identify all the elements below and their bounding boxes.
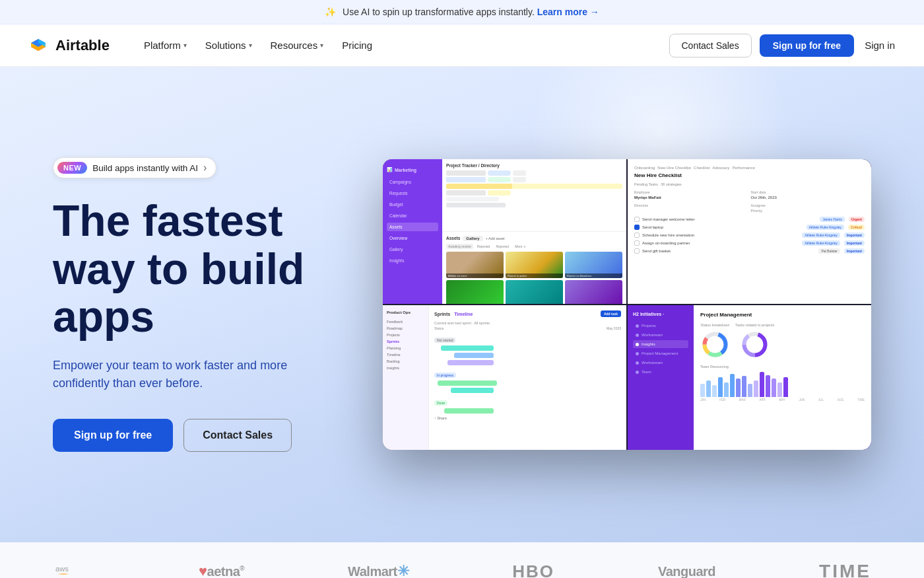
signin-nav-button[interactable]: Sign in [862, 34, 898, 56]
mockup-br-workstream: Workstream [633, 331, 688, 339]
mockup-resourcing: Team Resourcing [700, 365, 865, 402]
logo-aws: aws [53, 561, 95, 578]
hero-right: 📊 Marketing Campaigns Requests Budget Ca… [356, 159, 871, 450]
tasks-donut-chart [740, 330, 770, 359]
mockup-table-row [446, 184, 622, 189]
mockup-checklist-row-3: Schedule new hire orientation Athlete Ru… [634, 233, 865, 238]
sprint-status-label: Not started [434, 332, 621, 344]
mockup-marketing-sidebar: 📊 Marketing Campaigns Requests Budget Ca… [383, 159, 442, 304]
mockup-sprints-panel: Product Ops Feedback Roadmap Projects Sp… [383, 305, 626, 450]
hero-buttons: Sign up for free Contact Sales [53, 419, 356, 452]
hero-title: The fastest way to build apps [53, 197, 356, 341]
nav-resources[interactable]: Resources ▾ [263, 34, 332, 56]
logo-link[interactable]: Airtable [26, 34, 110, 57]
mockup-bar-row-4 [434, 380, 621, 386]
announcement-banner: ✨ Use AI to spin up transformative apps … [0, 0, 924, 24]
nav-pricing[interactable]: Pricing [334, 34, 380, 56]
new-badge-arrow-icon: › [203, 162, 207, 174]
mockup-checklist-row-4: Assign on-boarding partner Athlete Ruler… [634, 240, 865, 246]
resourcing-bars [700, 371, 865, 397]
mockup-h2-sidebar: H2 Initiatives · Projects Workstream Ins… [628, 305, 694, 450]
mockup-sidebar-insights: Insights [387, 256, 438, 265]
mockup-gallery-tabs: Awaiting review Rejected Rejected More ∨ [446, 244, 622, 249]
mockup-timeline-content: Sprints Timeline Add task Current and ne… [429, 305, 626, 450]
mockup-sidebar-gallery: Gallery [387, 245, 438, 254]
mockup-sidebar-assets: Assets [387, 223, 438, 231]
mockup-bar-row-3 [434, 360, 621, 365]
new-badge-button[interactable]: NEW Build apps instantly with AI › [53, 157, 216, 178]
signup-hero-button[interactable]: Sign up for free [53, 419, 173, 452]
logos-bar: aws ♥aetna® Walmart✳ HBO Vanguard TIME [0, 542, 924, 578]
mockup-share-row: ↑ Share [434, 416, 621, 420]
mockup-br-pm: Project Management [633, 349, 688, 357]
nav-links: Platform ▾ Solutions ▾ Resources ▾ Prici… [136, 34, 669, 56]
hero-section: NEW Build apps instantly with AI › The f… [0, 67, 924, 542]
gallery-img-tshirt2 [506, 280, 563, 305]
logo-walmart: Walmart✳ [348, 563, 409, 578]
hero-subtitle: Empower your team to work faster and mor… [53, 357, 317, 392]
contact-sales-nav-button[interactable]: Contact Sales [669, 34, 752, 57]
banner-text: Use AI to spin up transformative apps in… [343, 7, 535, 17]
mockup-bar-row-6 [434, 408, 621, 414]
mockup-checklist-row-1: Send manager welcome letter James Harris… [634, 217, 865, 222]
mockup-br-workstream2: Workstream [633, 359, 688, 367]
mockup-grid: 📊 Marketing Campaigns Requests Budget Ca… [383, 159, 871, 450]
resources-chevron-icon: ▾ [320, 42, 323, 49]
mockup-director-row: Directive Assignee Priority [634, 203, 865, 213]
mockup-status-donut: Status breakdown [700, 323, 730, 359]
nav-actions: Contact Sales Sign up for free Sign in [669, 34, 898, 57]
gallery-img-shoe [565, 280, 622, 305]
mockup-employee-row: Employee Myriqn MaFatt Start date Oct 26… [634, 190, 865, 199]
mockup-sidebar-calendar: Calendar [387, 211, 438, 220]
donut-chart [700, 330, 730, 359]
mockup-bar-row-5 [434, 388, 621, 393]
mockup-gallery-header: Assets Gallery + Add asset [446, 236, 622, 241]
logo-hbo: HBO [512, 561, 554, 579]
airtable-logo-icon [26, 34, 50, 57]
mockup-sidebar-requests: Requests [387, 189, 438, 198]
nav-platform[interactable]: Platform ▾ [136, 34, 195, 56]
mockup-marketing-panel: 📊 Marketing Campaigns Requests Budget Ca… [383, 159, 626, 304]
new-badge-text: Build apps instantly with AI [92, 163, 198, 173]
dashboard-mockup: 📊 Marketing Campaigns Requests Budget Ca… [383, 159, 871, 450]
signup-nav-button[interactable]: Sign up for free [760, 34, 854, 57]
mockup-onboarding-panel: Onboarding New Hire Checklist Checklist … [628, 159, 871, 304]
gallery-img-bleachers: Runner on bleachers [565, 252, 622, 278]
new-pill-label: NEW [57, 162, 87, 174]
logo-time: TIME [819, 561, 871, 578]
logo-aetna: ♥aetna® [199, 563, 244, 578]
mockup-table-row [446, 190, 622, 196]
nav-solutions[interactable]: Solutions ▾ [197, 34, 260, 56]
logo-vanguard: Vanguard [658, 564, 715, 579]
mockup-bar-row-1 [434, 345, 621, 351]
mockup-checklist-row-2: Send laptop Athlete Ruler-Kingsley Criti… [634, 225, 865, 230]
gallery-img-court: Athlete on court [446, 252, 504, 278]
hero-left: NEW Build apps instantly with AI › The f… [53, 157, 356, 452]
mockup-bl-sidebar: Product Ops Feedback Roadmap Projects Sp… [383, 305, 429, 450]
sprint-done-label: Done [434, 395, 621, 407]
sprint-in-progress-label: In progress [434, 367, 621, 379]
platform-chevron-icon: ▾ [183, 42, 187, 49]
mockup-sidebar-budget: Budget [387, 200, 438, 209]
mockup-bar-row-2 [434, 353, 621, 358]
solutions-chevron-icon: ▾ [249, 42, 252, 49]
gallery-img-tshirt1 [446, 280, 504, 305]
mockup-pm-main: Project Management Status breakdown [694, 305, 871, 450]
mockup-checklist-title: New Hire Checklist [634, 172, 865, 178]
svg-text:aws: aws [55, 565, 69, 573]
navbar: Airtable Platform ▾ Solutions ▾ Resource… [0, 24, 924, 67]
mockup-checklist-row-5: Send gift basket Pat Balster Important [634, 248, 865, 254]
banner-learn-more-link[interactable]: Learn more → [537, 7, 599, 17]
sparkle-icon: ✨ [325, 7, 336, 17]
mockup-table-row [446, 203, 622, 207]
mockup-gallery-images: Athlete on court Runner in jacket Runner… [446, 252, 622, 305]
mockup-br-team: Team [633, 368, 688, 376]
mockup-br-projects: Projects [633, 322, 688, 330]
contact-hero-button[interactable]: Contact Sales [183, 419, 292, 452]
mockup-table-row [446, 170, 622, 176]
mockup-sidebar-overview: Overview [387, 234, 438, 242]
gallery-img-runner: Runner in jacket [506, 252, 563, 278]
mockup-tasks-donut: Tasks related to projects [735, 323, 774, 359]
mockup-charts: Status breakdown [700, 323, 865, 359]
mockup-sidebar-header: 📊 Marketing [387, 164, 438, 175]
